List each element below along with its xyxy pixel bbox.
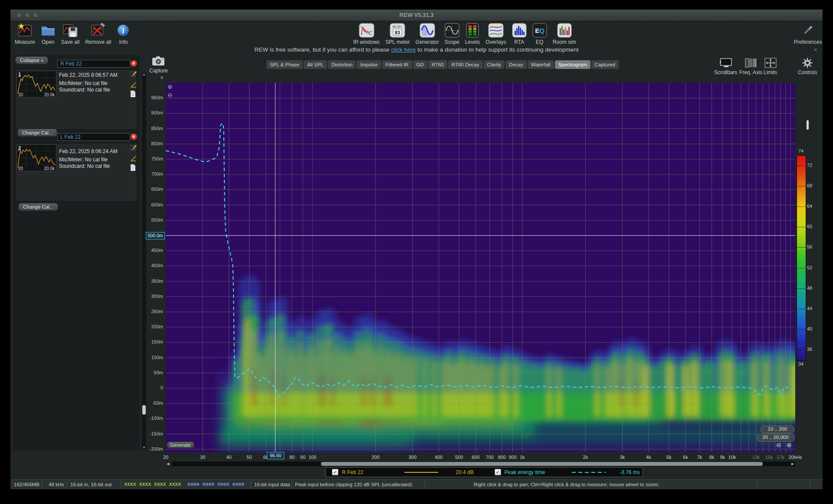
measurement-name-field[interactable]: R Feb 22 bbox=[57, 60, 130, 68]
delete-measurement-icon[interactable]: × bbox=[131, 60, 137, 67]
tab-decay[interactable]: Decay bbox=[505, 60, 527, 69]
eq-icon: EQ bbox=[532, 23, 547, 38]
overlays-icon bbox=[488, 23, 504, 38]
delete-measurement-icon[interactable]: × bbox=[131, 134, 137, 140]
banner-close-icon[interactable]: × bbox=[814, 46, 817, 53]
edit-notes-icon[interactable] bbox=[130, 71, 137, 78]
rta-button[interactable]: RTA bbox=[512, 23, 527, 45]
donate-link[interactable]: click here bbox=[391, 46, 416, 53]
colorbar-tick-label: 72 bbox=[807, 163, 819, 168]
vertical-scrollbar-thumb[interactable] bbox=[142, 405, 146, 415]
freq-range-button[interactable]: 20 .. 20,000 bbox=[757, 434, 794, 442]
window-close-button[interactable] bbox=[16, 13, 22, 18]
notes-doc-icon[interactable] bbox=[130, 164, 137, 171]
change-cal-button[interactable]: Change Cal... bbox=[17, 129, 57, 137]
range-minus-icon[interactable]: ⊖ bbox=[776, 442, 781, 448]
overlays-button[interactable]: Overlays bbox=[485, 23, 506, 45]
horizontal-scrollbar-thumb[interactable] bbox=[321, 462, 763, 466]
open-button[interactable]: Open bbox=[41, 23, 56, 45]
ir-windows-button[interactable]: IR windows bbox=[353, 23, 380, 45]
measure-button[interactable]: Measure bbox=[15, 23, 35, 45]
y-tick-label: 400m bbox=[139, 263, 163, 268]
tab-rt60[interactable]: RT60 bbox=[428, 60, 447, 69]
limits-button[interactable]: Limits bbox=[764, 57, 777, 75]
window-bottom-strip bbox=[10, 489, 823, 493]
scroll-left-icon[interactable]: ◀ bbox=[167, 461, 169, 466]
zoom-in-icon[interactable]: ⊕ bbox=[167, 83, 173, 90]
controls-button[interactable]: Controls bbox=[798, 57, 817, 75]
room-sim-button[interactable]: Room sim bbox=[553, 23, 576, 45]
measurement-mic: Mic/Meter: No cal file bbox=[59, 80, 108, 86]
spectrogram-plot[interactable] bbox=[166, 83, 795, 452]
capture-button[interactable]: Capture bbox=[149, 56, 168, 74]
remove-all-button[interactable]: Remove all bbox=[85, 23, 111, 45]
trim-ir-icon[interactable] bbox=[130, 82, 137, 88]
time-range-button[interactable]: 10 .. 200 bbox=[761, 425, 794, 433]
tab-all-spl[interactable]: All SPL bbox=[304, 60, 327, 69]
donation-banner: REW is free software, but if you can aff… bbox=[10, 46, 823, 53]
measure-icon bbox=[17, 23, 33, 38]
save-all-button[interactable]: Save all bbox=[61, 23, 80, 45]
toolbar-middle: IR windows dB SPL83 SPL meter Generator … bbox=[353, 23, 576, 45]
measurement-name-field[interactable]: L Feb 22 bbox=[57, 133, 130, 141]
scroll-up-icon[interactable]: ▲ bbox=[142, 73, 146, 76]
eq-label: EQ bbox=[536, 39, 543, 45]
tab-distortion[interactable]: Distortion bbox=[328, 60, 356, 69]
tab-clarity[interactable]: Clarity bbox=[484, 60, 505, 69]
zoom-out-icon[interactable]: ⊖ bbox=[167, 92, 173, 98]
eq-button[interactable]: EQ EQ bbox=[532, 23, 547, 45]
svg-text:EQ: EQ bbox=[535, 27, 544, 34]
scrollbars-button[interactable]: Scrollbars bbox=[714, 57, 737, 75]
sample-rate: 48 kHz bbox=[49, 480, 64, 489]
controls-label: Controls bbox=[798, 69, 817, 75]
change-cal-button[interactable]: Change Cal... bbox=[18, 203, 58, 211]
range-plus-icon[interactable]: ⊕ bbox=[787, 442, 792, 448]
tab-gd[interactable]: GD bbox=[413, 60, 427, 69]
series-checkbox[interactable]: ✓ bbox=[332, 469, 338, 475]
scroll-right-icon[interactable]: ▶ bbox=[791, 461, 794, 466]
window-minimize-button[interactable] bbox=[25, 13, 30, 18]
measurement-soundcard: Soundcard: No cal file bbox=[59, 163, 110, 169]
colorbar-tick-line bbox=[797, 206, 805, 207]
tab-spectrogram[interactable]: Spectrogram bbox=[555, 60, 590, 69]
colorbar-tick-line bbox=[797, 247, 805, 248]
trim-ir-icon[interactable] bbox=[130, 155, 137, 162]
clipping-info: Peak input before clipping 120 dB SPL (u… bbox=[295, 480, 412, 489]
colorbar-tick-label: 52 bbox=[807, 265, 819, 270]
colorbar-tick-label: 44 bbox=[807, 306, 819, 311]
tab-filtered-ir[interactable]: Filtered IR bbox=[382, 60, 412, 69]
series-value: -3.76 ms bbox=[620, 469, 640, 475]
y-tick-label: 0 bbox=[139, 385, 163, 390]
edit-notes-icon[interactable] bbox=[130, 144, 137, 151]
levels-button[interactable]: Levels bbox=[465, 23, 480, 45]
notes-doc-icon[interactable] bbox=[130, 91, 137, 98]
colorbar-min-label: 34 bbox=[794, 361, 808, 367]
room-sim-label: Room sim bbox=[553, 39, 576, 45]
info-button[interactable]: i Info bbox=[117, 23, 130, 45]
measurement-thumbnail[interactable]: 2 20 20.0k bbox=[16, 144, 56, 171]
x-tick-label: 20kHz bbox=[786, 455, 805, 460]
tab-waterfall[interactable]: Waterfall bbox=[528, 60, 554, 69]
tab-rt60-decay[interactable]: RT60 Decay bbox=[448, 60, 483, 69]
measurement-thumbnail[interactable]: 1 20 20.0k bbox=[16, 71, 56, 98]
capture-label: Capture bbox=[149, 68, 168, 74]
generator-button[interactable]: Generator bbox=[416, 23, 439, 45]
window-zoom-button[interactable] bbox=[33, 13, 38, 18]
collapse-button[interactable]: Collapse « bbox=[15, 56, 48, 64]
freq-axis-button[interactable]: Freq. Axis bbox=[739, 57, 762, 75]
tab-captured[interactable]: Captured bbox=[591, 60, 619, 69]
tab-spl-phase[interactable]: SPL & Phase bbox=[266, 60, 303, 69]
scope-button[interactable]: Scope bbox=[445, 23, 459, 45]
series-checkbox[interactable]: ✓ bbox=[495, 469, 501, 475]
preferences-button[interactable]: Preferences bbox=[794, 23, 822, 45]
screwdriver-icon bbox=[802, 23, 814, 38]
tab-impulse[interactable]: Impulse bbox=[357, 60, 381, 69]
colorbar-scroll-handle[interactable] bbox=[807, 120, 809, 130]
room-sim-icon bbox=[557, 23, 572, 38]
graph-legend: ✓ R Feb 22 20.4 dB ✓ Peak energy time -3… bbox=[325, 467, 643, 477]
spl-meter-button[interactable]: dB SPL83 SPL meter bbox=[385, 23, 410, 45]
generate-button[interactable]: Generate bbox=[167, 442, 194, 448]
banner-text-after: to make a donation to help support its c… bbox=[416, 46, 578, 53]
y-tick-label: -50m bbox=[139, 400, 163, 406]
y-tick-label: 800m bbox=[139, 141, 163, 146]
